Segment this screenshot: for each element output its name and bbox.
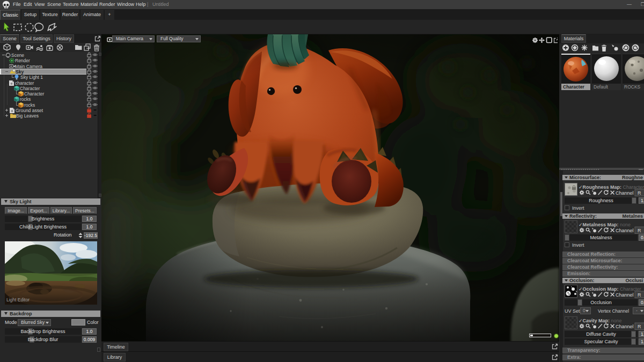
svg-text:Light Editor: Light Editor [6,297,30,302]
